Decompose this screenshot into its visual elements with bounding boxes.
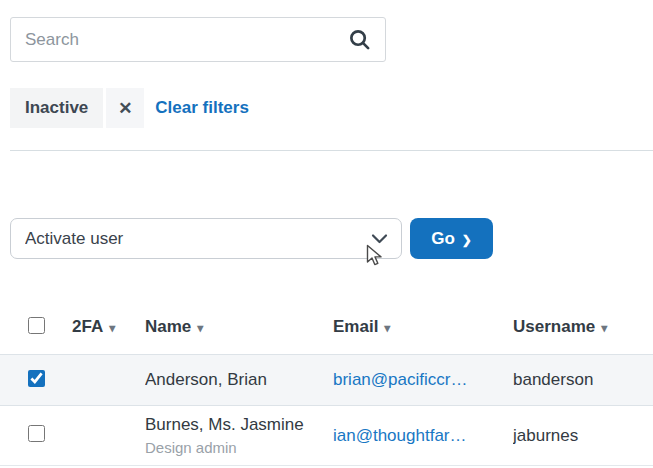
chevron-right-icon: ❯ — [462, 233, 472, 245]
table-row: Burnes, Ms. Jasmine Design admin ian@tho… — [0, 406, 653, 466]
action-select-wrap: Activate user — [10, 218, 402, 259]
select-all-checkbox[interactable] — [28, 317, 45, 334]
filter-bar: Inactive ✕ Clear filters — [10, 88, 249, 128]
column-header-username[interactable]: Username▾ — [513, 317, 653, 337]
user-name: Burnes, Ms. Jasmine — [145, 415, 333, 435]
close-icon: ✕ — [118, 98, 132, 119]
go-button[interactable]: Go ❯ — [410, 218, 493, 259]
row-select-cell — [0, 425, 72, 446]
table-header-row: 2FA▾ Name▾ Email▾ Username▾ — [0, 300, 653, 355]
cell-email: brian@pacificcr… — [333, 370, 513, 390]
cell-name: Anderson, Brian — [145, 370, 333, 390]
sort-arrow-icon: ▾ — [197, 321, 203, 335]
user-role-subtitle: Design admin — [145, 439, 333, 456]
cell-name: Burnes, Ms. Jasmine Design admin — [145, 415, 333, 456]
select-all-cell — [0, 317, 72, 338]
column-header-label: Name — [145, 317, 191, 336]
email-link[interactable]: brian@pacificcr… — [333, 370, 467, 389]
go-button-label: Go — [431, 229, 455, 249]
column-header-label: Email — [333, 317, 378, 336]
action-select[interactable]: Activate user — [11, 219, 401, 258]
column-header-label: 2FA — [72, 317, 103, 336]
search-box — [10, 17, 386, 62]
row-select-cell — [0, 370, 72, 391]
cell-username: jaburnes — [513, 426, 653, 446]
section-divider — [10, 150, 653, 151]
sort-arrow-icon: ▾ — [601, 321, 607, 335]
cell-username: banderson — [513, 370, 653, 390]
clear-filters-link[interactable]: Clear filters — [155, 98, 249, 118]
email-link[interactable]: ian@thoughtfar… — [333, 426, 467, 445]
search-input[interactable] — [11, 18, 348, 61]
filter-chip-inactive: Inactive — [10, 88, 103, 128]
row-checkbox[interactable] — [28, 370, 45, 387]
column-header-2fa[interactable]: 2FA▾ — [72, 317, 145, 337]
table-row: Anderson, Brian brian@pacificcr… banders… — [0, 355, 653, 406]
column-header-name[interactable]: Name▾ — [145, 317, 333, 337]
column-header-label: Username — [513, 317, 595, 336]
sort-arrow-icon: ▾ — [109, 321, 115, 335]
cell-email: ian@thoughtfar… — [333, 426, 513, 446]
user-list-page: Inactive ✕ Clear filters Activate user G… — [0, 0, 653, 468]
remove-filter-button[interactable]: ✕ — [106, 88, 144, 128]
row-checkbox[interactable] — [28, 425, 45, 442]
sort-arrow-icon: ▾ — [384, 321, 390, 335]
column-header-email[interactable]: Email▾ — [333, 317, 513, 337]
search-icon — [348, 28, 371, 51]
